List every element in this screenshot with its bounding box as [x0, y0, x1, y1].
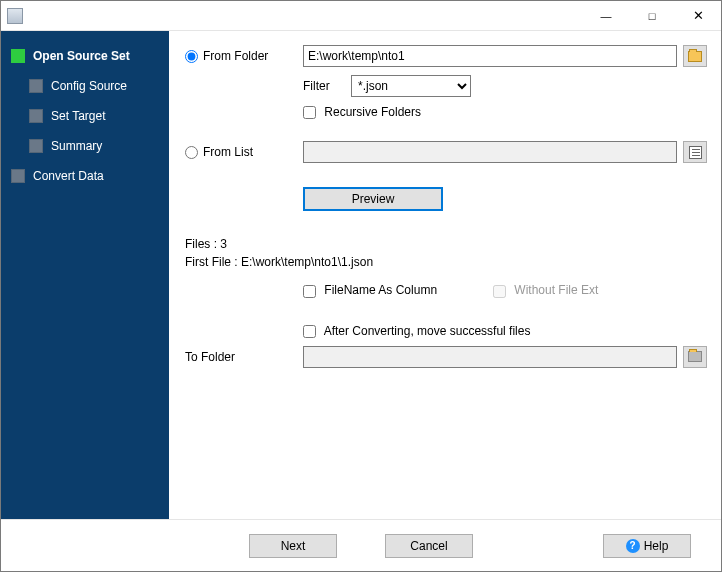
to-folder-label: To Folder — [185, 350, 235, 364]
step-indicator-icon — [29, 139, 43, 153]
preview-button[interactable]: Preview — [303, 187, 443, 211]
after-convert-text: After Converting, move successful files — [324, 324, 531, 338]
nav-open-source-set[interactable]: Open Source Set — [1, 41, 169, 71]
nav-label: Config Source — [51, 79, 127, 93]
from-folder-radio[interactable] — [185, 50, 198, 63]
to-folder-input — [303, 346, 677, 368]
nav-config-source[interactable]: Config Source — [1, 71, 169, 101]
titlebar: ― □ ✕ — [1, 1, 721, 31]
nav-label: Open Source Set — [33, 49, 130, 63]
without-ext-checkbox-label: Without File Ext — [493, 283, 598, 297]
step-indicator-icon — [29, 109, 43, 123]
help-button[interactable]: ? Help — [603, 534, 691, 558]
help-icon: ? — [626, 539, 640, 553]
without-ext-text: Without File Ext — [514, 283, 598, 297]
recursive-checkbox-label[interactable]: Recursive Folders — [303, 105, 421, 119]
main-panel: From Folder Filter *.json Recursive Fold… — [169, 31, 721, 519]
from-folder-radio-label[interactable]: From Folder — [185, 49, 303, 63]
step-indicator-icon — [11, 49, 25, 63]
filename-column-checkbox[interactable] — [303, 285, 316, 298]
after-convert-checkbox[interactable] — [303, 325, 316, 338]
browse-to-folder-button[interactable] — [683, 346, 707, 368]
from-list-radio[interactable] — [185, 146, 198, 159]
list-icon — [689, 146, 702, 159]
first-file-label: First File : E:\work\temp\nto1\1.json — [185, 255, 707, 269]
recursive-text: Recursive Folders — [324, 105, 421, 119]
from-list-text: From List — [203, 145, 253, 159]
from-list-input — [303, 141, 677, 163]
nav-summary[interactable]: Summary — [1, 131, 169, 161]
without-ext-checkbox — [493, 285, 506, 298]
browse-list-button[interactable] — [683, 141, 707, 163]
footer: Next Cancel ? Help — [1, 519, 721, 571]
files-count-label: Files : 3 — [185, 237, 707, 251]
recursive-checkbox[interactable] — [303, 106, 316, 119]
minimize-button[interactable]: ― — [583, 1, 629, 31]
step-indicator-icon — [29, 79, 43, 93]
app-icon — [7, 8, 23, 24]
filter-combo[interactable]: *.json — [351, 75, 471, 97]
nav-convert-data[interactable]: Convert Data — [1, 161, 169, 191]
folder-icon — [688, 51, 702, 62]
nav-label: Summary — [51, 139, 102, 153]
step-indicator-icon — [11, 169, 25, 183]
browse-folder-button[interactable] — [683, 45, 707, 67]
nav-set-target[interactable]: Set Target — [1, 101, 169, 131]
close-button[interactable]: ✕ — [675, 1, 721, 31]
filename-column-text: FileName As Column — [324, 283, 437, 297]
next-button[interactable]: Next — [249, 534, 337, 558]
nav-label: Convert Data — [33, 169, 104, 183]
filter-label: Filter — [303, 79, 351, 93]
maximize-button[interactable]: □ — [629, 1, 675, 31]
wizard-sidebar: Open Source Set Config Source Set Target… — [1, 31, 169, 519]
help-text: Help — [644, 539, 669, 553]
nav-label: Set Target — [51, 109, 105, 123]
from-folder-text: From Folder — [203, 49, 268, 63]
cancel-button[interactable]: Cancel — [385, 534, 473, 558]
filename-column-checkbox-label[interactable]: FileName As Column — [303, 283, 493, 297]
after-convert-checkbox-label[interactable]: After Converting, move successful files — [303, 324, 530, 338]
folder-icon — [688, 351, 702, 362]
from-list-radio-label[interactable]: From List — [185, 145, 303, 159]
from-folder-input[interactable] — [303, 45, 677, 67]
